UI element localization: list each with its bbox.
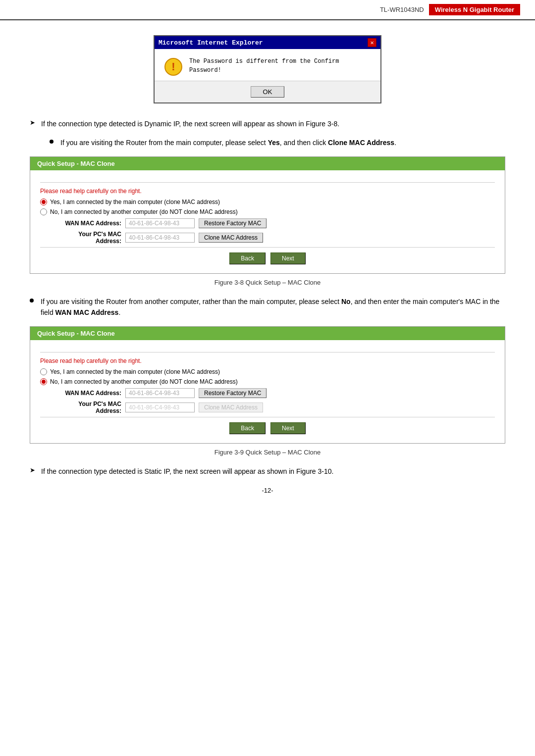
- sub-bullet-dot-2: [30, 299, 34, 302]
- restore-factory-mac-btn-1[interactable]: Restore Factory MAC: [199, 218, 267, 228]
- ie-dialog-close-button[interactable]: ✕: [368, 38, 376, 47]
- ie-dialog-footer: OK: [155, 81, 380, 102]
- mac-fields-1: WAN MAC Address: Restore Factory MAC You…: [52, 218, 495, 245]
- radio-row-2b: No, I am connected by another computer (…: [40, 378, 495, 385]
- sub-bullet2-bold2: WAN MAC Address: [55, 308, 119, 316]
- radio-no-1-label: No, I am connected by another computer (…: [50, 208, 238, 215]
- mac-clone-panel-1: Quick Setup - MAC Clone Please read help…: [30, 156, 505, 274]
- radio-yes-2[interactable]: [40, 368, 47, 375]
- wan-label-1: WAN MAC Address:: [52, 220, 121, 227]
- pc-input-1[interactable]: [125, 233, 195, 243]
- back-btn-2[interactable]: Back: [229, 422, 266, 434]
- radio-yes-1-label: Yes, I am connected by the main computer…: [50, 199, 220, 205]
- mac-fields-2: WAN MAC Address: Restore Factory MAC You…: [52, 388, 495, 414]
- pc-label-1: Your PC's MAC Address:: [52, 231, 121, 245]
- sub-bullet2-text-end: .: [118, 308, 120, 316]
- sub-bullet-dot-1: [50, 140, 54, 144]
- radio-yes-1[interactable]: [40, 199, 47, 205]
- warning-icon: !: [164, 58, 182, 76]
- sub-bullet2-bold1: No: [341, 298, 351, 305]
- ie-dialog: Microsoft Internet Explorer ✕ ! The Pass…: [154, 35, 381, 103]
- ie-dialog-body: ! The Password is different from the Con…: [155, 49, 380, 81]
- bullet-text-1: If the connection type detected is Dynam…: [41, 118, 339, 129]
- radio-row-1b: No, I am connected by another computer (…: [40, 208, 495, 215]
- pc-label-2: Your PC's MAC Address:: [52, 401, 121, 414]
- bullet-item-3: ➤ If the connection type detected is Sta…: [30, 466, 505, 477]
- page-number: -12-: [30, 487, 505, 494]
- wan-input-1[interactable]: [125, 218, 195, 228]
- radio-row-2a: Yes, I am connected by the main computer…: [40, 368, 495, 375]
- ie-dialog-title-text: Microsoft Internet Explorer: [159, 39, 263, 47]
- pc-field-row-1: Your PC's MAC Address: Clone MAC Address: [52, 231, 495, 245]
- wan-field-row-1: WAN MAC Address: Restore Factory MAC: [52, 218, 495, 228]
- model-name: TL-WR1043ND: [380, 6, 424, 13]
- mac-clone-footer-1: Back Next: [40, 247, 495, 266]
- mac-clone-panel-2: Quick Setup - MAC Clone Please read help…: [30, 326, 505, 444]
- figure-8-caption: Figure 3-8 Quick Setup – MAC Clone: [30, 279, 505, 286]
- sub-bullet-text-end: .: [394, 139, 396, 147]
- product-title: Wireless N Gigabit Router: [429, 4, 520, 15]
- bullet-arrow-3: ➤: [30, 466, 35, 474]
- sub-bullet-bold2: Clone MAC Address: [328, 139, 394, 147]
- sub-bullet-text-1: If you are visiting the Router from the …: [60, 137, 396, 148]
- back-btn-1[interactable]: Back: [229, 252, 266, 264]
- figure-9-caption: Figure 3-9 Quick Setup – MAC Clone: [30, 449, 505, 456]
- radio-no-2-label: No, I am connected by another computer (…: [50, 378, 238, 385]
- sub-bullet-text-2: If you are visiting the Router from anot…: [41, 296, 505, 318]
- mac-clone-panel-1-header: Quick Setup - MAC Clone: [30, 157, 505, 170]
- ie-ok-button[interactable]: OK: [251, 86, 285, 98]
- sub-bullet2-text1: If you are visiting the Router from anot…: [41, 298, 341, 305]
- pc-field-row-2: Your PC's MAC Address: Clone MAC Address: [52, 401, 495, 414]
- ie-dialog-titlebar: Microsoft Internet Explorer ✕: [155, 36, 380, 49]
- mac-clone-footer-2: Back Next: [40, 417, 495, 436]
- sub-bullet-bold1: Yes: [268, 139, 280, 147]
- ie-dialog-message: The Password is different from the Confi…: [189, 57, 371, 75]
- wan-field-row-2: WAN MAC Address: Restore Factory MAC: [52, 388, 495, 398]
- mac-clone-panel-2-header: Quick Setup - MAC Clone: [30, 327, 505, 340]
- sub-bullet-text-before: If you are visiting the Router from the …: [60, 139, 268, 147]
- restore-factory-mac-btn-2[interactable]: Restore Factory MAC: [199, 388, 267, 398]
- mac-clone-panel-2-help: Please read help carefully on the right.: [40, 357, 495, 364]
- mac-clone-panel-1-help: Please read help carefully on the right.: [40, 188, 495, 195]
- clone-mac-btn-1[interactable]: Clone MAC Address: [199, 233, 263, 243]
- radio-no-1[interactable]: [40, 208, 47, 215]
- radio-row-1a: Yes, I am connected by the main computer…: [40, 199, 495, 205]
- radio-yes-2-label: Yes, I am connected by the main computer…: [50, 368, 220, 375]
- clone-mac-btn-2: Clone MAC Address: [199, 403, 263, 412]
- next-btn-1[interactable]: Next: [270, 252, 306, 264]
- next-btn-2[interactable]: Next: [270, 422, 306, 434]
- sub-bullet-text-mid: , and then click: [280, 139, 328, 147]
- page-header: TL-WR1043ND Wireless N Gigabit Router: [0, 0, 535, 20]
- mac-clone-panel-2-body: Please read help carefully on the right.…: [30, 340, 505, 443]
- wan-label-2: WAN MAC Address:: [52, 390, 121, 397]
- wan-input-2[interactable]: [125, 388, 195, 398]
- bullet-text-3: If the connection type detected is Stati…: [41, 466, 333, 477]
- mac-clone-panel-1-body: Please read help carefully on the right.…: [30, 170, 505, 273]
- pc-input-2[interactable]: [125, 403, 195, 412]
- bullet-arrow-1: ➤: [30, 119, 35, 126]
- radio-no-2[interactable]: [40, 378, 47, 385]
- bullet-item-1: ➤ If the connection type detected is Dyn…: [30, 118, 505, 129]
- main-content: Microsoft Internet Explorer ✕ ! The Pass…: [0, 20, 535, 509]
